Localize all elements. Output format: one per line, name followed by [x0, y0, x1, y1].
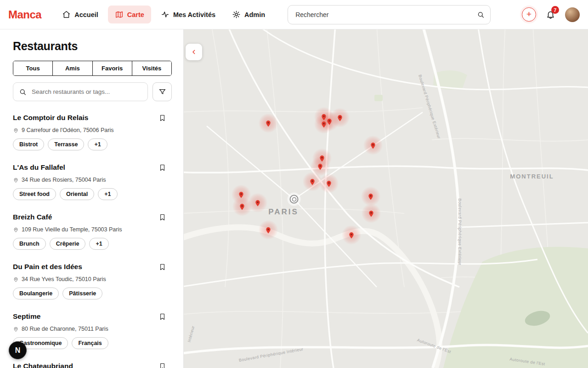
nav-item-label: Mes Activités — [173, 11, 215, 18]
bookmark-button[interactable] — [158, 213, 166, 222]
map-pin[interactable] — [369, 142, 377, 150]
nav-item-carte[interactable]: Carte — [108, 6, 151, 23]
nav-item-label: Accueil — [74, 11, 98, 18]
tab-amis[interactable]: Amis — [52, 61, 92, 75]
restaurant-list-item[interactable]: L'As du Fallafel 34 Rue des Rosiers, 750… — [13, 157, 172, 207]
restaurant-tag: Pâtisserie — [62, 288, 102, 299]
restaurant-name: Le Chateaubriand — [13, 362, 73, 368]
add-button[interactable]: + — [522, 7, 536, 22]
restaurant-tags: GastronomiqueFrançais — [13, 337, 172, 349]
restaurant-tag: +1 — [89, 238, 108, 250]
map-pin[interactable] — [317, 163, 324, 171]
restaurant-tag: Brunch — [13, 238, 46, 250]
restaurant-tags: BistrotTerrasse+1 — [13, 138, 172, 150]
map-pin[interactable] — [238, 203, 246, 211]
restaurant-address: 34 Rue Yves Toudic, 75010 Paris — [22, 276, 106, 282]
app-logo[interactable]: Manca — [8, 8, 41, 21]
bookmark-icon — [158, 263, 166, 271]
restaurant-tag: Bistrot — [13, 138, 44, 150]
restaurant-address: 34 Rue des Rosiers, 75004 Paris — [22, 177, 106, 183]
gear-icon — [232, 10, 241, 19]
nav-item-activites[interactable]: Mes Activités — [154, 6, 222, 23]
filter-button[interactable] — [153, 82, 172, 101]
restaurant-name: Breizh Café — [13, 213, 52, 221]
bookmark-button[interactable] — [158, 312, 166, 321]
restaurant-tags: BrunchCrêperie+1 — [13, 238, 172, 250]
restaurant-list-item[interactable]: Le Chateaubriand — [13, 356, 172, 368]
restaurant-list-item[interactable]: Le Comptoir du Relais 9 Carrefour de l'O… — [13, 108, 172, 157]
map-pin-icon — [13, 127, 19, 133]
map-pin-icon — [13, 276, 19, 282]
tab-tous[interactable]: Tous — [13, 61, 52, 75]
restaurant-tags: Street foodOriental+1 — [13, 188, 172, 200]
notifications-button[interactable]: 7 — [546, 10, 555, 19]
map-pin-icon — [13, 326, 19, 332]
restaurant-address-row: 80 Rue de Charonne, 75011 Paris — [13, 326, 172, 332]
page-title: Restaurants — [13, 40, 172, 53]
tab-visites[interactable]: Visités — [132, 61, 171, 75]
restaurant-tags: BoulangeriePâtisserie — [13, 288, 172, 299]
main-nav: Accueil Carte Mes Activités Admin — [55, 6, 272, 23]
restaurant-search-input[interactable] — [13, 82, 148, 101]
bookmark-button[interactable] — [158, 114, 166, 122]
nav-item-label: Carte — [127, 11, 144, 18]
restaurant-list-item[interactable]: Breizh Café 109 Rue Vieille du Temple, 7… — [13, 207, 172, 257]
map-pin[interactable] — [254, 200, 261, 207]
restaurant-tag: Crêperie — [50, 238, 86, 250]
map-pin[interactable] — [265, 120, 272, 127]
global-search — [288, 5, 491, 24]
restaurant-tag: Français — [72, 337, 108, 349]
restaurant-tag: +1 — [98, 188, 117, 200]
map-pin[interactable] — [367, 193, 374, 201]
restaurant-address-row: 109 Rue Vieille du Temple, 75003 Paris — [13, 226, 172, 233]
map-pin[interactable] — [320, 121, 328, 128]
home-icon — [62, 10, 71, 19]
search-icon — [19, 88, 27, 96]
restaurant-address-row: 34 Rue Yves Toudic, 75010 Paris — [13, 276, 172, 282]
restaurants-sidebar: Restaurants Tous Amis Favoris Visités Le… — [0, 29, 184, 368]
bookmark-button[interactable] — [158, 263, 166, 271]
bookmark-icon — [158, 114, 166, 122]
filter-tabs: Tous Amis Favoris Visités — [13, 61, 172, 76]
map-pin[interactable] — [309, 178, 316, 186]
bookmark-icon — [158, 213, 166, 222]
bookmark-icon — [158, 362, 166, 368]
map-pin[interactable] — [265, 227, 272, 234]
restaurant-address-row: 34 Rue des Rosiers, 75004 Paris — [13, 177, 172, 183]
restaurant-name: Le Comptoir du Relais — [13, 114, 89, 122]
bookmark-icon — [158, 312, 166, 321]
restaurant-name: Du Pain et des Idées — [13, 263, 82, 271]
restaurant-tag: +1 — [88, 138, 107, 150]
nav-item-admin[interactable]: Admin — [225, 6, 272, 23]
map-canvas[interactable]: PARISMONTREUILBoulevard Périphérique Ext… — [184, 29, 588, 368]
global-search-input[interactable] — [288, 5, 491, 24]
nav-item-label: Admin — [244, 11, 265, 18]
activity-icon — [161, 10, 170, 19]
bookmark-icon — [158, 163, 166, 172]
restaurant-tag: Street food — [13, 188, 56, 200]
tab-favoris[interactable]: Favoris — [92, 61, 132, 75]
bookmark-button[interactable] — [158, 163, 166, 172]
restaurant-tag: Oriental — [60, 188, 94, 200]
map-pin-icon — [13, 177, 19, 183]
restaurant-address: 109 Rue Vieille du Temple, 75003 Paris — [22, 226, 122, 233]
restaurant-name: Septime — [13, 312, 40, 321]
sidebar-search-row — [13, 82, 172, 101]
map-pin[interactable] — [336, 115, 344, 122]
map-pin-icon — [13, 227, 19, 233]
restaurant-name: L'As du Fallafel — [13, 163, 65, 172]
restaurant-tag: Boulangerie — [13, 288, 59, 299]
restaurant-list-item[interactable]: Du Pain et des Idées 34 Rue Yves Toudic,… — [13, 257, 172, 306]
map-pin[interactable] — [368, 210, 375, 218]
bookmark-button[interactable] — [158, 362, 166, 368]
nextjs-dev-button[interactable]: N — [9, 341, 27, 359]
map-pin[interactable] — [348, 232, 355, 239]
navbar-right: + 7 — [522, 7, 580, 22]
sidebar-search — [13, 82, 148, 101]
map-pin[interactable] — [325, 180, 333, 188]
sidebar-collapse-button[interactable] — [186, 44, 202, 60]
nav-item-accueil[interactable]: Accueil — [55, 6, 105, 23]
chevron-left-icon — [190, 48, 198, 56]
avatar[interactable] — [565, 7, 580, 22]
restaurant-list-item[interactable]: Septime 80 Rue de Charonne, 75011 Paris … — [13, 306, 172, 356]
